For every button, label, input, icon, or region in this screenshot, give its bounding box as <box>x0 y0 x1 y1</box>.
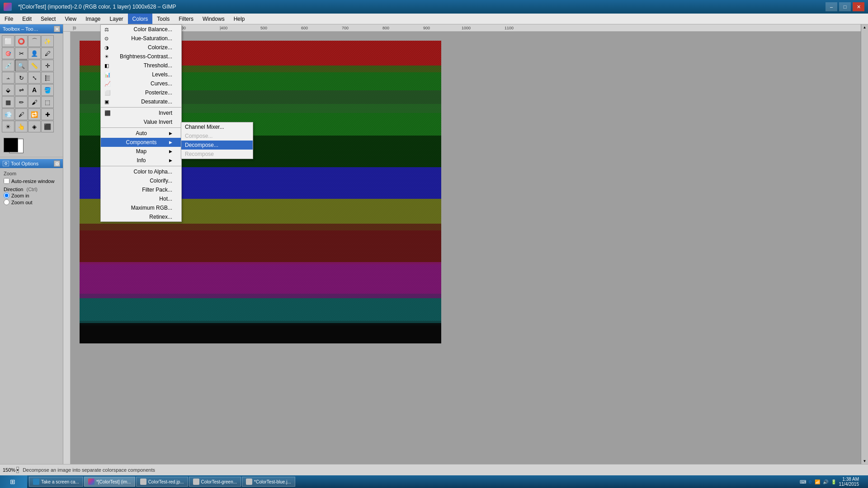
foreground-color-swatch[interactable] <box>4 138 18 152</box>
tool-flip[interactable]: ⇌ <box>15 84 28 96</box>
menu-windows[interactable]: Windows <box>198 14 229 24</box>
tool-paintbrush[interactable]: 🖌 <box>28 96 41 108</box>
menu-select[interactable]: Select <box>36 14 60 24</box>
tool-paths[interactable]: 🖊 <box>41 47 54 59</box>
scroll-down-button[interactable]: ▼ <box>863 459 867 463</box>
close-button[interactable]: ✕ <box>853 2 864 11</box>
menu-item-posterize[interactable]: ⬜Posterize... <box>101 88 181 97</box>
menu-item-brightness-contrast[interactable]: ☀Brightness-Contrast... <box>101 52 181 61</box>
tool-smudge[interactable]: 👆 <box>15 121 28 132</box>
menu-item-colorify[interactable]: Colorify... <box>101 176 181 185</box>
direction-label-row: Direction (Ctrl) <box>4 187 59 192</box>
zoom-dropdown-button[interactable]: ▾ <box>16 467 19 473</box>
tool-select-by-color[interactable]: 🎯 <box>2 47 14 59</box>
canvas-container[interactable] <box>71 32 861 464</box>
menu-item-maximum-rgb[interactable]: Maximum RGB... <box>101 203 181 212</box>
tool-ink[interactable]: 🖋 <box>15 108 28 120</box>
menu-file[interactable]: File <box>0 14 18 24</box>
tool-text[interactable]: A <box>28 84 41 96</box>
tool-spare[interactable]: ⬛ <box>41 121 54 132</box>
menu-tools[interactable]: Tools <box>152 14 174 24</box>
menu-item-color-balance[interactable]: ⚖Color Balance... <box>101 25 181 34</box>
toolbox-panel: Toolbox – Too… ✕ ⬜ ⭕ ⌒ ✨ 🎯 ✂ 👤 🖊 💉 🔍 📏 ✛… <box>0 24 63 464</box>
tool-align[interactable]: ⫠ <box>2 72 14 84</box>
taskbar-item-colortest-red[interactable]: ColorTest-red.jp... <box>136 477 188 487</box>
menu-item-channel-mixer[interactable]: Channel Mixer... <box>181 122 253 131</box>
tool-move[interactable]: ✛ <box>41 60 54 71</box>
menu-item-colorize[interactable]: ◑Colorize... <box>101 43 181 52</box>
tool-color-picker[interactable]: 💉 <box>2 60 14 71</box>
threshold-icon: ◧ <box>104 63 112 69</box>
tool-blend[interactable]: ▦ <box>2 96 14 108</box>
brightness-contrast-icon: ☀ <box>104 54 112 60</box>
menu-item-desaturate[interactable]: ▣Desaturate... <box>101 97 181 106</box>
taskbar-item-gimp-main[interactable]: *[ColorTest] (im... <box>84 477 135 487</box>
hue-saturation-icon: ⊙ <box>104 36 112 42</box>
tool-ellipse-select[interactable]: ⭕ <box>15 35 28 47</box>
menu-image[interactable]: Image <box>81 14 105 24</box>
maximize-button[interactable]: □ <box>839 2 851 11</box>
menu-item-info[interactable]: Info <box>101 156 181 165</box>
zoom-in-radio[interactable] <box>4 192 9 198</box>
menu-item-color-to-alpha[interactable]: Color to Alpha... <box>101 167 181 176</box>
tool-perspective[interactable]: ⬙ <box>2 84 14 96</box>
menu-layer[interactable]: Layer <box>105 14 128 24</box>
scroll-up-button[interactable]: ▲ <box>863 25 867 29</box>
menu-item-curves[interactable]: 📈Curves... <box>101 79 181 88</box>
tool-heal[interactable]: ✚ <box>41 108 54 120</box>
tool-convolve[interactable]: ◈ <box>28 121 41 132</box>
tool-clone[interactable]: 🔁 <box>28 108 41 120</box>
tool-eraser[interactable]: ⬚ <box>41 96 54 108</box>
taskbar-snip-label: Take a screen ca... <box>41 479 79 484</box>
zoom-in-row: Zoom in <box>4 192 59 199</box>
tool-free-select[interactable]: ⌒ <box>28 35 41 47</box>
menu-item-levels[interactable]: 📊Levels... <box>101 70 181 79</box>
menu-item-threshold[interactable]: ◧Threshold... <box>101 61 181 70</box>
menu-item-map[interactable]: Map <box>101 147 181 156</box>
zoom-out-radio[interactable] <box>4 199 9 205</box>
menu-item-auto[interactable]: Auto <box>101 129 181 138</box>
tool-scissors[interactable]: ✂ <box>15 47 28 59</box>
tool-pencil[interactable]: ✏ <box>15 96 28 108</box>
menu-filters[interactable]: Filters <box>174 14 198 24</box>
tool-dodge-burn[interactable]: ☀ <box>2 121 14 132</box>
taskbar-item-snip[interactable]: Take a screen ca... <box>29 477 83 487</box>
menu-item-value-invert[interactable]: Value Invert <box>101 117 181 127</box>
taskbar-item-colortest-green[interactable]: ColorTest-green... <box>189 477 241 487</box>
tool-rotate[interactable]: ↻ <box>15 72 28 84</box>
menu-help[interactable]: Help <box>229 14 250 24</box>
keyboard-icon: ⌨ <box>800 479 806 484</box>
menu-colors[interactable]: Colors <box>128 14 153 24</box>
colorize-icon: ◑ <box>104 45 112 51</box>
windows-logo-icon: ⊞ <box>10 478 15 485</box>
canvas-area: |0 |100 |200 300 |400 500 600 700 800 90… <box>63 24 861 464</box>
start-button[interactable]: ⊞ <box>0 475 27 488</box>
menu-item-decompose[interactable]: Decompose... <box>181 141 253 150</box>
svg-rect-19 <box>80 224 441 264</box>
ruler-top: |0 |100 |200 300 |400 500 600 700 800 90… <box>63 24 861 32</box>
menu-item-hot[interactable]: Hot... <box>101 194 181 203</box>
menu-item-components[interactable]: Components <box>101 138 181 147</box>
colors-dropdown-menu: ⚖Color Balance... ⊙Hue-Saturation... ◑Co… <box>100 24 182 222</box>
menu-edit[interactable]: Edit <box>18 14 36 24</box>
minimize-button[interactable]: – <box>826 2 837 11</box>
tool-rect-select[interactable]: ⬜ <box>2 35 14 47</box>
menu-item-invert[interactable]: ⬛Invert <box>101 108 181 117</box>
tool-fg-select[interactable]: 👤 <box>28 47 41 59</box>
tool-airbrush[interactable]: 💨 <box>2 108 14 120</box>
tool-measure[interactable]: 📏 <box>28 60 41 71</box>
tool-options-settings-button[interactable]: ⚙ <box>54 160 60 167</box>
tool-bucket-fill[interactable]: 🪣 <box>41 84 54 96</box>
menu-item-hue-saturation[interactable]: ⊙Hue-Saturation... <box>101 34 181 43</box>
auto-resize-checkbox[interactable] <box>4 178 9 184</box>
menu-view[interactable]: View <box>60 14 81 24</box>
tool-shear[interactable]: ⬱ <box>41 72 54 84</box>
menu-item-filter-pack[interactable]: Filter Pack... <box>101 185 181 194</box>
tool-fuzzy-select[interactable]: ✨ <box>41 35 54 47</box>
toolbox-close-button[interactable]: ✕ <box>54 26 60 32</box>
menu-item-retinex[interactable]: Retinex... <box>101 212 181 221</box>
taskbar-item-colortest-blue[interactable]: *ColorTest-blue.j... <box>242 477 295 487</box>
tray-clock[interactable]: 1:38 AM 11/4/2015 <box>839 477 859 487</box>
tool-scale[interactable]: ⤡ <box>28 72 41 84</box>
tool-zoom[interactable]: 🔍 <box>15 60 28 71</box>
